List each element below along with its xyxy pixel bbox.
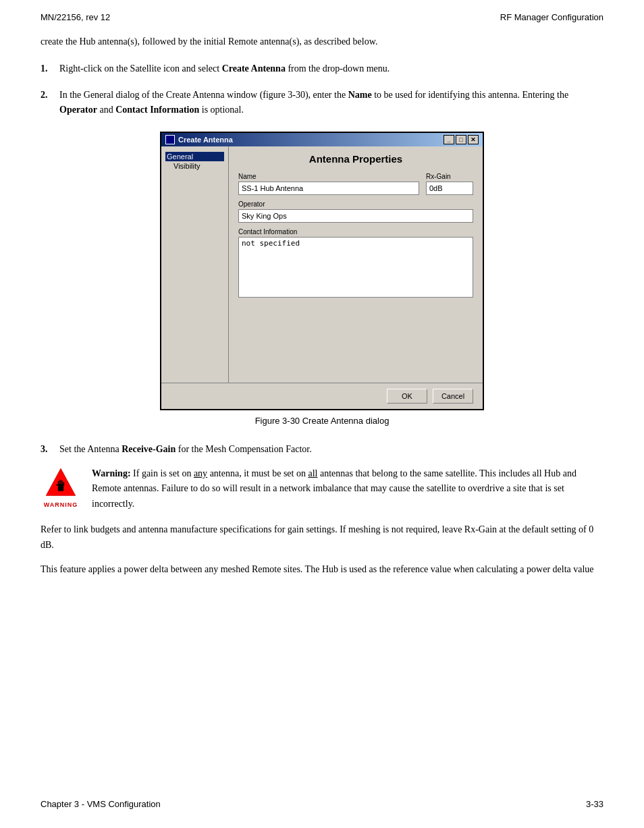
name-rxgain-row: Name Rx-Gain (238, 173, 473, 195)
step-3-text: Set the Antenna Receive-Gain for the Mes… (59, 442, 603, 457)
svg-rect-3 (59, 480, 61, 485)
rxgain-label: Rx-Gain (426, 173, 473, 180)
tree-item-visibility[interactable]: Visibility (165, 161, 224, 171)
warning-text: Warning: If gain is set on any antenna, … (92, 466, 603, 512)
warning-label: WARNING (44, 501, 78, 508)
contact-textarea[interactable]: not specified (238, 237, 473, 298)
dialog-title-icon (165, 135, 175, 144)
name-label: Name (238, 173, 419, 180)
step-2: 2. In the General dialog of the Create A… (41, 88, 603, 118)
tree-item-general[interactable]: General (165, 152, 224, 161)
cancel-button[interactable]: Cancel (433, 389, 473, 404)
svg-rect-4 (61, 480, 63, 486)
step-2-num: 2. (41, 88, 54, 118)
dialog-body: General Visibility Antenna Properties Na… (161, 146, 483, 383)
step-3-num: 3. (41, 442, 54, 457)
page-header: MN/22156, rev 12 RF Manager Configuratio… (0, 0, 644, 28)
step-3: 3. Set the Antenna Receive-Gain for the … (41, 442, 603, 457)
svg-rect-5 (63, 482, 64, 486)
para-1: Refer to link budgets and antenna manufa… (41, 522, 603, 553)
titlebar-buttons[interactable]: _ □ ✕ (444, 135, 479, 144)
para-2: This feature applies a power delta betwe… (41, 562, 603, 577)
figure-caption: Figure 3-30 Create Antenna dialog (255, 416, 390, 426)
restore-button[interactable]: □ (456, 135, 466, 144)
create-antenna-dialog: Create Antenna _ □ ✕ General Visibility … (160, 132, 484, 410)
name-input[interactable] (238, 182, 419, 195)
header-right: RF Manager Configuration (500, 12, 603, 22)
operator-input[interactable] (238, 209, 473, 223)
footer-left: Chapter 3 - VMS Configuration (41, 799, 161, 809)
step-2-text: In the General dialog of the Create Ante… (59, 88, 603, 118)
dialog-buttons: OK Cancel (161, 383, 483, 409)
page-footer: Chapter 3 - VMS Configuration 3-33 (0, 794, 644, 821)
contact-label: Contact Information (238, 228, 473, 236)
intro-paragraph: create the Hub antenna(s), followed by t… (41, 34, 603, 49)
header-left: MN/22156, rev 12 (41, 12, 110, 22)
dialog-title-text: Create Antenna (178, 136, 233, 144)
rxgain-input[interactable] (426, 182, 473, 195)
warning-triangle-icon (44, 466, 78, 500)
step-1-text: Right-click on the Satellite icon and se… (59, 61, 603, 76)
name-field-group: Name (238, 173, 419, 195)
warning-icon-box: WARNING (41, 466, 81, 508)
warning-bold-word: Warning: (92, 468, 131, 478)
rxgain-field-group: Rx-Gain (426, 173, 473, 195)
props-panel: Antenna Properties Name Rx-Gain (229, 146, 483, 383)
minimize-button[interactable]: _ (444, 135, 454, 144)
svg-rect-6 (56, 485, 58, 486)
footer-right: 3-33 (586, 799, 603, 809)
dialog-titlebar: Create Antenna _ □ ✕ (161, 133, 483, 146)
operator-field-group: Operator (238, 200, 473, 223)
tree-panel: General Visibility (161, 146, 229, 383)
operator-label: Operator (238, 200, 473, 208)
close-button[interactable]: ✕ (468, 135, 479, 144)
dialog-title-area: Create Antenna (165, 135, 233, 144)
contact-field-group: Contact Information not specified (238, 228, 473, 298)
warning-section: WARNING Warning: If gain is set on any a… (41, 466, 603, 512)
figure-container: Create Antenna _ □ ✕ General Visibility … (41, 132, 603, 426)
step-1: 1. Right-click on the Satellite icon and… (41, 61, 603, 76)
main-content: create the Hub antenna(s), followed by t… (0, 28, 644, 627)
ok-button[interactable]: OK (387, 389, 427, 404)
props-title: Antenna Properties (238, 153, 473, 165)
step-1-num: 1. (41, 61, 54, 76)
